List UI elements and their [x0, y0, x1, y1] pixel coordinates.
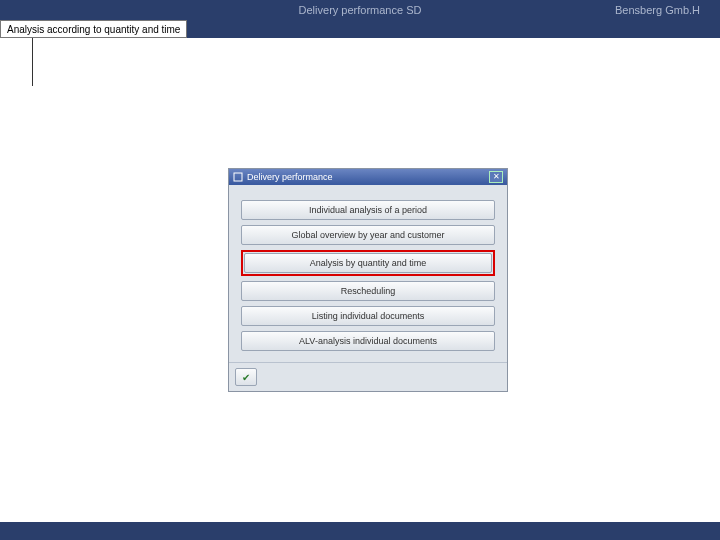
- dialog-body: Individual analysis of a period Global o…: [229, 185, 507, 362]
- option-row: ALV-analysis individual documents: [241, 331, 495, 351]
- close-icon: ✕: [493, 172, 500, 181]
- delivery-performance-dialog: Delivery performance ✕ Individual analys…: [228, 168, 508, 392]
- option-global-overview-year-customer[interactable]: Global overview by year and customer: [241, 225, 495, 245]
- tab-analysis-qty-time[interactable]: Analysis according to quantity and time: [0, 20, 187, 38]
- tree-connector-line: [32, 38, 33, 86]
- option-row: Individual analysis of a period: [241, 200, 495, 220]
- option-label: Rescheduling: [341, 286, 396, 296]
- option-label: Analysis by quantity and time: [310, 258, 427, 268]
- option-label: Global overview by year and customer: [291, 230, 444, 240]
- header-company: Bensberg Gmb.H: [615, 4, 700, 16]
- option-row-highlighted: Analysis by quantity and time: [241, 250, 495, 276]
- option-row: Global overview by year and customer: [241, 225, 495, 245]
- header-bar: Delivery performance SD Bensberg Gmb.H: [0, 0, 720, 20]
- option-alv-analysis-individual-documents[interactable]: ALV-analysis individual documents: [241, 331, 495, 351]
- tab-label-text: Analysis according to quantity and time: [7, 24, 180, 35]
- option-row: Rescheduling: [241, 281, 495, 301]
- footer-bar: [0, 522, 720, 540]
- header-title: Delivery performance SD: [299, 4, 422, 16]
- option-label: ALV-analysis individual documents: [299, 336, 437, 346]
- sub-header: Analysis according to quantity and time: [0, 20, 720, 38]
- option-listing-individual-documents[interactable]: Listing individual documents: [241, 306, 495, 326]
- dialog-titlebar: Delivery performance ✕: [229, 169, 507, 185]
- svg-rect-0: [234, 173, 242, 181]
- check-icon: ✔: [242, 372, 250, 383]
- option-rescheduling[interactable]: Rescheduling: [241, 281, 495, 301]
- option-row: Listing individual documents: [241, 306, 495, 326]
- option-label: Listing individual documents: [312, 311, 425, 321]
- dialog-footer: ✔: [229, 362, 507, 391]
- dialog-title: Delivery performance: [247, 172, 333, 182]
- window-icon: [233, 172, 243, 182]
- sub-header-fill: [187, 20, 720, 38]
- option-label: Individual analysis of a period: [309, 205, 427, 215]
- dialog-close-button[interactable]: ✕: [489, 171, 503, 183]
- confirm-button[interactable]: ✔: [235, 368, 257, 386]
- option-individual-analysis-period[interactable]: Individual analysis of a period: [241, 200, 495, 220]
- option-analysis-quantity-time[interactable]: Analysis by quantity and time: [244, 253, 492, 273]
